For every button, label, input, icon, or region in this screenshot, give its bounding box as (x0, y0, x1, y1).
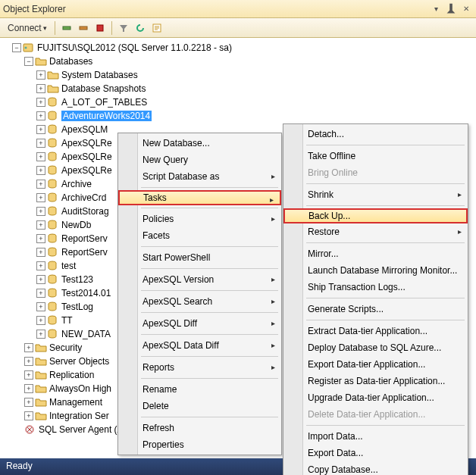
db-label: Test123 (61, 274, 93, 285)
folder-label: Security (49, 342, 82, 353)
tree-sysdb-node[interactable]: + System Databases (0, 68, 476, 82)
db-label: test (61, 261, 76, 271)
stop-icon[interactable] (93, 21, 107, 35)
database-icon (47, 192, 59, 203)
menu-item-apexsql-version[interactable]: ApexSQL Version▸ (118, 271, 281, 288)
titlebar: Object Explorer ▾ ✕ (0, 0, 476, 18)
connect-button[interactable]: Connect ▾ (5, 22, 50, 34)
db-label: AuditStorag (61, 206, 109, 217)
connect-icon[interactable] (60, 21, 74, 35)
folder-icon (35, 342, 47, 353)
dropdown-icon[interactable]: ▾ (429, 3, 443, 15)
db-label: A_LOT_OF_TABLES (61, 97, 147, 108)
menu-item-copy-database[interactable]: Copy Database... (283, 461, 468, 475)
database-icon (47, 274, 59, 285)
menu-item-apexsql-search[interactable]: ApexSQL Search▸ (118, 293, 281, 310)
menu-item-extract-dta[interactable]: Extract Data-tier Application... (283, 323, 468, 339)
menu-item-register-dta[interactable]: Register as Data-tier Application... (283, 373, 468, 389)
menu-item-upgrade-dta[interactable]: Upgrade Data-tier Application... (283, 389, 468, 406)
tree-databases-node[interactable]: − Databases (0, 55, 476, 68)
menu-item-rename[interactable]: Rename (118, 381, 281, 398)
menu-item-properties[interactable]: Properties (118, 436, 281, 453)
folder-label: Server Objects (49, 356, 109, 367)
folder-icon (47, 70, 59, 80)
menu-item-reports[interactable]: Reports▸ (118, 359, 281, 376)
menu-item-policies[interactable]: Policies▸ (118, 211, 281, 227)
menu-item-new-query[interactable]: New Query (118, 152, 281, 168)
menu-item-export-data[interactable]: Export Data... (283, 445, 468, 461)
menu-item-ship-transaction-logs[interactable]: Ship Transaction Logs... (283, 279, 468, 295)
svg-rect-2 (97, 25, 103, 31)
database-icon (47, 247, 59, 258)
folder-icon (35, 370, 47, 380)
script-icon[interactable] (150, 21, 164, 35)
menu-item-mirror[interactable]: Mirror... (283, 245, 468, 262)
database-icon (47, 220, 59, 230)
db-label: ReportServ (61, 247, 108, 258)
connect-label: Connect (8, 23, 42, 33)
close-icon[interactable]: ✕ (459, 3, 473, 15)
menu-item-take-offline[interactable]: Take Offline (283, 148, 468, 164)
menu-item-shrink[interactable]: Shrink▸ (283, 186, 468, 203)
menu-item-start-powershell[interactable]: Start PowerShell (118, 249, 281, 266)
database-icon (47, 124, 59, 135)
filter-icon[interactable] (117, 21, 130, 35)
server-icon (23, 42, 35, 53)
database-icon (47, 315, 59, 326)
db-label: ApexSQLRe (61, 152, 112, 162)
refresh-icon[interactable] (133, 21, 147, 35)
pin-icon[interactable] (444, 3, 458, 15)
menu-item-tasks[interactable]: Tasks▸ (118, 190, 281, 205)
folder-icon (35, 356, 47, 367)
db-label: AdventureWorks2014 (61, 111, 152, 121)
db-label: NewDb (61, 220, 91, 230)
folder-icon (35, 397, 47, 408)
menu-item-new-database[interactable]: New Database... (118, 135, 281, 152)
database-icon (47, 152, 59, 162)
status-text: Ready (6, 461, 33, 471)
db-label: TT (61, 315, 73, 326)
context-menu-tasks: Detach... Take Offline Bring Online Shri… (283, 123, 468, 475)
database-icon (47, 233, 59, 244)
folder-label: Replication (49, 370, 94, 380)
db-label: ReportServ (61, 233, 108, 244)
panel-title: Object Explorer (3, 4, 427, 14)
databases-label: Databases (49, 56, 92, 67)
folder-icon (47, 83, 59, 94)
menu-item-deploy-azure[interactable]: Deploy Database to SQL Azure... (283, 339, 468, 356)
menu-item-backup[interactable]: Back Up... (283, 208, 468, 223)
database-icon (47, 97, 59, 108)
menu-item-delete-dta: Delete Data-tier Application... (283, 406, 468, 423)
folder-icon (35, 411, 47, 421)
menu-item-script-database[interactable]: Script Database as▸ (118, 168, 281, 185)
tree-db-node[interactable]: +A_LOT_OF_TABLES (0, 95, 476, 109)
menu-item-apexsql-diff[interactable]: ApexSQL Diff▸ (118, 315, 281, 332)
database-icon (47, 179, 59, 189)
agent-icon (24, 424, 36, 435)
menu-item-launch-mirror-monitor[interactable]: Launch Database Mirroring Monitor... (283, 262, 468, 279)
folder-icon (35, 383, 47, 394)
menu-item-refresh[interactable]: Refresh (118, 420, 281, 436)
database-icon (47, 165, 59, 176)
menu-item-generate-scripts[interactable]: Generate Scripts... (283, 301, 468, 317)
menu-item-export-dta[interactable]: Export Data-tier Application... (283, 356, 468, 373)
server-label: FUJITSU\SQL2012 (SQL Server 11.0.2218 - … (37, 42, 232, 53)
tree-snapshots-node[interactable]: + Database Snapshots (0, 82, 476, 95)
db-label: ApexSQLM (61, 124, 108, 135)
db-label: ApexSQLRe (61, 165, 112, 176)
database-icon (47, 329, 59, 339)
database-icon (47, 111, 59, 121)
menu-item-import-data[interactable]: Import Data... (283, 428, 468, 445)
menu-item-facets[interactable]: Facets (118, 227, 281, 244)
tree-server-node[interactable]: − FUJITSU\SQL2012 (SQL Server 11.0.2218 … (0, 41, 476, 55)
disconnect-icon[interactable] (77, 21, 90, 35)
menu-item-restore[interactable]: Restore▸ (283, 223, 468, 240)
menu-item-delete[interactable]: Delete (118, 398, 281, 414)
folder-icon (35, 56, 47, 67)
tree-db-node[interactable]: +AdventureWorks2014 (0, 109, 476, 123)
svg-rect-0 (63, 27, 70, 30)
svg-rect-1 (80, 27, 87, 30)
menu-item-apexsql-datadiff[interactable]: ApexSQL Data Diff▸ (118, 337, 281, 354)
toolbar: Connect ▾ (0, 18, 476, 38)
menu-item-detach[interactable]: Detach... (283, 126, 468, 142)
